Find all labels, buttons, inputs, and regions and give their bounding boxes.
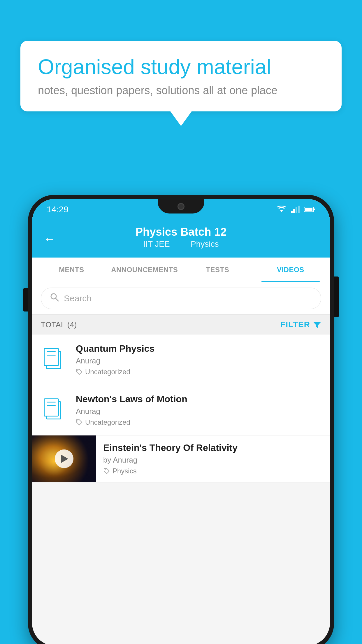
speech-bubble-section: Organised study material notes, question… [20,41,342,111]
filter-row: TOTAL (4) FILTER [32,315,330,335]
notch [158,199,204,214]
video-info: Newton's Laws of Motion Anurag Uncategor… [76,394,321,426]
status-bar: 14:29 [32,199,330,220]
status-time: 14:29 [47,204,68,214]
video-author: Anurag [76,356,321,365]
filter-icon [313,321,321,329]
svg-rect-7 [305,208,312,211]
camera [178,203,184,210]
tab-videos[interactable]: VIDEOS [254,258,327,282]
svg-point-11 [78,370,78,371]
side-button-right [334,276,339,317]
list-item[interactable]: Newton's Laws of Motion Anurag Uncategor… [32,385,330,435]
file-icon [44,398,64,422]
status-icons [276,206,315,213]
svg-marker-0 [280,210,283,212]
video-info: Quantum Physics Anurag Uncategorized [76,343,321,376]
svg-rect-6 [314,209,315,210]
file-page2 [44,348,59,366]
speech-bubble: Organised study material notes, question… [20,41,342,111]
subtitle-part2: Physics [191,239,219,249]
battery-icon [304,206,315,213]
wifi-icon [276,206,287,213]
video-title: Einstein's Theory Of Relativity [103,442,323,453]
header-subtitle: IIT JEE Physics [44,239,318,249]
tag-icon [76,368,83,375]
signal-icon [291,206,300,213]
video-tag: Uncategorized [76,368,321,376]
svg-marker-10 [313,322,321,328]
total-label: TOTAL (4) [41,320,77,329]
tab-tests[interactable]: TESTS [181,258,254,282]
app-header: ← Physics Batch 12 IIT JEE Physics [32,220,330,258]
play-icon [61,455,68,463]
video-author: Anurag [76,407,321,416]
speech-bubble-heading: Organised study material [38,55,324,78]
subtitle-separator [179,239,184,249]
back-button[interactable]: ← [44,232,55,245]
phone-screen: 14:29 [32,199,330,644]
svg-rect-2 [293,209,295,213]
video-list: Quantum Physics Anurag Uncategorized [32,335,330,482]
tag-icon [76,419,83,426]
video-title: Quantum Physics [76,343,321,354]
list-item[interactable]: Quantum Physics Anurag Uncategorized [32,335,330,385]
search-bar: Search [32,282,330,315]
svg-line-9 [56,298,58,301]
file-icon [44,348,64,371]
tab-announcements[interactable]: ANNOUNCEMENTS [108,258,181,282]
search-icon [50,293,59,304]
subtitle-part1: IIT JEE [143,239,170,249]
tag-icon [103,468,110,475]
list-item[interactable]: Einstein's Theory Of Relativity by Anura… [32,435,330,482]
svg-point-13 [105,469,106,470]
video-author: by Anurag [103,456,323,465]
tab-bar: MENTS ANNOUNCEMENTS TESTS VIDEOS [32,258,330,282]
video-tag: Uncategorized [76,418,321,426]
file-page2 [44,398,59,416]
speech-bubble-subtext: notes, question papers, solutions all at… [38,84,324,97]
video-tag: Physics [103,467,323,475]
svg-rect-3 [296,207,297,213]
svg-rect-4 [298,206,300,213]
side-button-left [23,288,28,312]
tab-ments[interactable]: MENTS [35,258,108,282]
phone-frame: 14:29 [28,195,334,644]
video-thumbnail [32,435,96,482]
file-icon-wrapper [41,398,67,422]
header-title: Physics Batch 12 [44,226,318,238]
svg-rect-1 [291,211,293,213]
svg-point-12 [78,421,78,421]
video-info: Einstein's Theory Of Relativity by Anura… [96,435,330,482]
play-button[interactable] [55,449,73,468]
search-input-wrapper[interactable]: Search [41,288,321,309]
file-icon-wrapper [41,348,67,371]
filter-button[interactable]: FILTER [280,320,321,329]
video-title: Newton's Laws of Motion [76,394,321,405]
search-placeholder: Search [64,293,92,303]
